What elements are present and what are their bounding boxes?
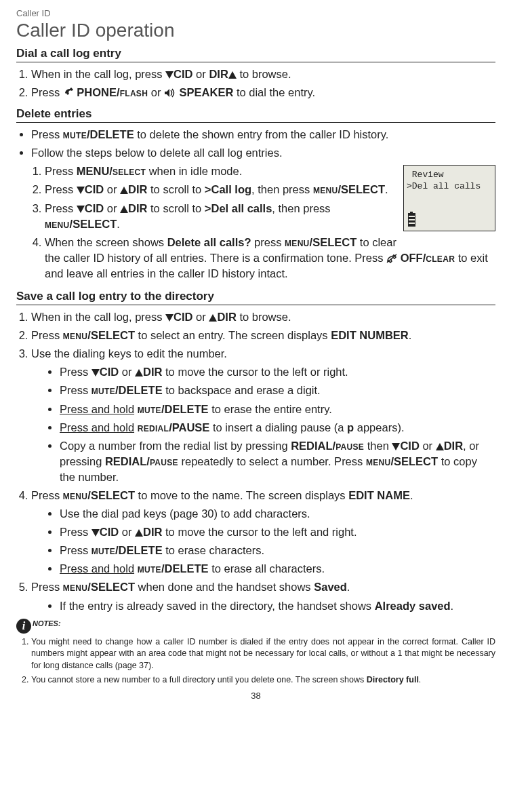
- triangle-down-icon: [165, 71, 174, 79]
- list-item: Copy a number from the redial list by pr…: [60, 438, 495, 485]
- text: Press: [45, 165, 77, 177]
- text: .: [117, 218, 120, 230]
- delete-steps-wrap: Review >Del all calls Press MENU/select …: [16, 163, 495, 284]
- key-label: DIR: [128, 183, 147, 195]
- section-heading-dial: Dial a call log entry: [16, 47, 495, 62]
- text: to browse.: [237, 311, 291, 323]
- text: Press: [31, 128, 63, 140]
- text: to dial the entry.: [233, 86, 315, 98]
- key-label: CID: [400, 440, 419, 452]
- text: repeatedly to select a number. Press: [178, 455, 366, 467]
- triangle-down-icon: [91, 529, 100, 537]
- triangle-up-icon: [135, 369, 143, 376]
- text: Press and hold: [60, 421, 134, 433]
- key-label: /DELETE: [161, 403, 209, 415]
- key-label: redial: [138, 421, 169, 433]
- text: You might need to change how a caller ID…: [31, 637, 495, 670]
- text: Press: [60, 544, 91, 556]
- text: p: [347, 421, 354, 433]
- text: When in the call log, press: [31, 68, 165, 80]
- screen-text: EDIT NUMBER: [331, 329, 409, 341]
- screen-text: Already saved: [375, 600, 451, 612]
- key-label: clear: [426, 252, 455, 264]
- speaker-icon: [164, 86, 176, 102]
- key-label: /DELETE: [161, 562, 209, 575]
- save-sub-bullets-2: Use the dial pad keys (page 30) to add c…: [31, 506, 495, 577]
- text: press: [251, 236, 285, 248]
- text: When in the call log, press: [31, 311, 165, 323]
- page: Caller ID Caller ID operation Dial a cal…: [0, 0, 509, 708]
- key-label: REDIAL/: [105, 455, 150, 467]
- menu-item: >Call log: [205, 183, 251, 195]
- text: Press and hold: [60, 562, 134, 575]
- key-label: /PAUSE: [169, 421, 209, 433]
- text: , then press: [251, 183, 313, 195]
- menu-item: >Del all calls: [205, 202, 272, 214]
- text: when done and the handset shows: [135, 581, 314, 593]
- key-label: CID: [174, 311, 192, 323]
- text: .: [410, 489, 413, 501]
- text: Press: [60, 384, 91, 396]
- key-label: CID: [85, 183, 104, 195]
- key-label: mute: [91, 384, 115, 396]
- triangle-up-icon: [228, 71, 237, 79]
- text: , then press: [272, 202, 330, 214]
- text: .: [409, 329, 412, 341]
- key-label: /SELECT: [390, 455, 438, 467]
- screen-text: Directory full: [367, 675, 419, 684]
- text: to scroll to: [147, 202, 204, 214]
- text: .: [347, 581, 350, 593]
- key-label: mute: [63, 128, 87, 140]
- off-icon: [386, 252, 401, 264]
- text: to insert a dialing pause (a: [209, 421, 347, 433]
- key-label: DIR: [128, 202, 147, 214]
- lcd-line1: Review: [407, 170, 492, 180]
- key-label: /SELECT: [87, 489, 135, 501]
- save-sub-bullets-1: Press CID or DIR to move the cursor to t…: [31, 364, 495, 485]
- list-item: Press CID or DIR to move the cursor to t…: [60, 524, 495, 540]
- key-label: menu: [313, 183, 338, 195]
- key-label: MENU/: [77, 165, 113, 177]
- save-sub-bullets-3: If the entry is already saved in the dir…: [31, 598, 495, 614]
- key-label: menu: [63, 329, 88, 341]
- key-label: DIR: [209, 68, 228, 80]
- key-label: menu: [366, 455, 391, 467]
- text: or: [104, 183, 120, 195]
- text: Press: [60, 366, 91, 378]
- key-label: REDIAL/: [291, 440, 335, 452]
- text: or: [193, 311, 209, 323]
- text: Copy a number from the redial list by pr…: [60, 440, 291, 452]
- list-item: Press mute/DELETE to delete the shown en…: [31, 127, 495, 142]
- key-label: PHONE/: [77, 86, 119, 98]
- text: .: [451, 600, 454, 612]
- key-label: SPEAKER: [176, 86, 233, 98]
- key-label: DIR: [143, 526, 162, 538]
- text: or: [119, 366, 135, 378]
- key-label: OFF/: [401, 252, 426, 264]
- text: to browse.: [237, 68, 291, 80]
- key-label: pause: [150, 455, 178, 467]
- list-item: Use the dialing keys to edit the number.…: [31, 346, 495, 485]
- key-label: mute: [138, 562, 161, 575]
- text: Use the dialing keys to edit the number.: [31, 347, 227, 360]
- key-label: flash: [120, 86, 148, 98]
- text: appears).: [354, 421, 404, 433]
- text: Use the dial pad keys (page 30) to add c…: [60, 507, 310, 520]
- key-label: /DELETE: [115, 544, 163, 556]
- phone-icon: [63, 86, 77, 98]
- list-item: Press and hold redial/PAUSE to insert a …: [60, 420, 495, 436]
- page-number: 38: [16, 691, 495, 701]
- text: or: [148, 86, 164, 98]
- key-label: /DELETE: [115, 384, 163, 396]
- text: Press: [31, 86, 63, 98]
- text: Press: [31, 489, 63, 501]
- text: Press: [60, 526, 91, 538]
- list-item: Press menu/SELECT to select an entry. Th…: [31, 328, 495, 343]
- list-item: Press and hold mute/DELETE to erase the …: [60, 402, 495, 417]
- list-item: If the entry is already saved in the dir…: [60, 598, 495, 614]
- screen-text: Delete all calls?: [167, 236, 251, 248]
- list-item: When in the call log, press CID or DIR t…: [31, 309, 495, 325]
- list-item: Press menu/SELECT to move to the name. T…: [31, 488, 495, 577]
- triangle-down-icon: [392, 443, 400, 450]
- triangle-down-icon: [91, 369, 100, 376]
